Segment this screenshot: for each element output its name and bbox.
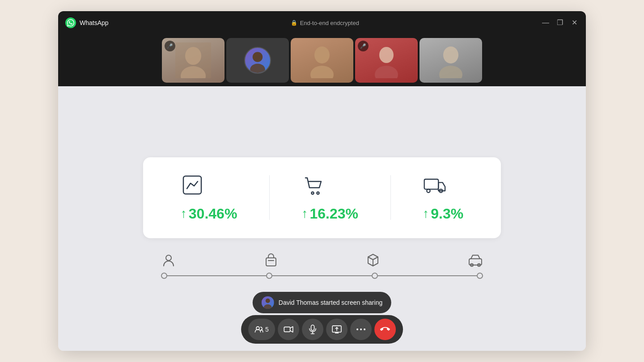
svg-point-13 [317,192,319,194]
toast-avatar [262,296,274,309]
app-window: WhatsApp 🔒 End-to-end endcrypted — ❐ ✕ 🎤 [58,11,586,351]
timeline-dot-2 [266,273,272,279]
svg-point-5 [314,46,330,63]
svg-point-35 [360,328,362,330]
timeline-dot-1 [161,273,167,279]
screen-share-button[interactable] [326,319,347,340]
stat-item-revenue: ↑ 30.46% [181,173,237,222]
stat-divider-2 [390,175,391,220]
end-call-button[interactable] [374,319,396,340]
svg-rect-27 [311,325,314,330]
svg-rect-18 [266,258,276,266]
participants-count: 5 [265,326,269,333]
timeline-dots [161,273,483,279]
video-thumb-4[interactable]: 🎤 [355,38,418,83]
timeline-dot-3 [372,273,378,279]
title-bar-left: WhatsApp [65,17,109,28]
video-toggle-button[interactable] [278,319,299,340]
participant-video-5 [419,38,482,83]
svg-point-6 [310,66,334,78]
window-controls: — ❐ ✕ [541,19,579,26]
video-thumb-2[interactable] [226,38,289,83]
svg-rect-14 [424,179,439,189]
stat-value-delivery: ↑ 9.3% [423,206,463,222]
stat-arrow-revenue: ↑ [181,206,187,221]
chart-icon [181,173,204,198]
svg-point-15 [427,189,430,192]
stat-item-delivery: ↑ 9.3% [423,173,463,222]
video-thumb-1[interactable]: 🎤 [162,38,225,83]
svg-point-8 [375,66,398,78]
svg-point-34 [356,328,358,330]
mic-toggle-button[interactable] [302,319,323,340]
stat-value-revenue: ↑ 30.46% [181,206,237,222]
encryption-label: End-to-end endcrypted [300,20,359,26]
timeline-icon-person [161,253,176,268]
screen-share-area: ↑ 30.46% ↑ 16.23% [58,86,586,351]
app-title: WhatsApp [80,19,109,26]
svg-point-7 [379,47,394,63]
svg-point-24 [264,304,272,309]
svg-point-4 [250,63,265,73]
title-bar: WhatsApp 🔒 End-to-end endcrypted — ❐ ✕ [58,11,586,34]
timeline-track [161,271,483,280]
more-options-button[interactable] [350,319,372,340]
screen-share-toast: David Thomas started screen sharing [253,292,391,313]
participant-video-3 [291,38,353,83]
video-thumb-5[interactable] [419,38,482,83]
toast-avatar-initials [262,296,274,309]
video-thumb-3[interactable] [291,38,353,83]
mute-badge-4: 🎤 [358,41,369,51]
maximize-button[interactable]: ❐ [555,19,564,26]
timeline-icons [161,253,483,268]
lock-icon: 🔒 [291,20,297,26]
timeline-icon-car [468,253,483,268]
timeline-icon-box [365,253,381,268]
minimize-button[interactable]: — [541,19,550,26]
mute-badge-1: 🎤 [165,41,175,51]
stat-item-cart: ↑ 16.23% [302,173,359,222]
timeline-dot-4 [477,273,483,279]
encryption-indicator: 🔒 End-to-end endcrypted [109,20,541,26]
svg-point-9 [443,46,458,63]
svg-point-12 [311,192,314,194]
stats-card: ↑ 30.46% ↑ 16.23% [143,157,501,238]
svg-point-23 [266,299,270,303]
stat-value-cart: ↑ 16.23% [302,206,359,222]
close-button[interactable]: ✕ [570,19,579,26]
toast-message: David Thomas started screen sharing [279,299,382,306]
svg-point-17 [166,255,171,261]
stat-divider-1 [269,175,270,220]
svg-point-10 [439,66,462,78]
svg-point-36 [364,328,365,330]
svg-rect-2 [175,42,211,78]
stat-arrow-delivery: ↑ [423,206,429,221]
call-controls-bar: 5 [241,315,403,344]
whatsapp-logo-icon [65,17,76,28]
svg-point-3 [253,52,263,62]
participant-avatar-2 [244,47,271,74]
svg-rect-26 [284,327,290,332]
stat-arrow-cart: ↑ [302,206,308,221]
timeline-icon-bag [263,253,279,268]
timeline-section [143,253,501,280]
video-strip: 🎤 [58,34,586,86]
truck-icon [423,173,446,198]
cart-icon [302,173,325,198]
participants-button[interactable]: 5 [248,319,275,340]
